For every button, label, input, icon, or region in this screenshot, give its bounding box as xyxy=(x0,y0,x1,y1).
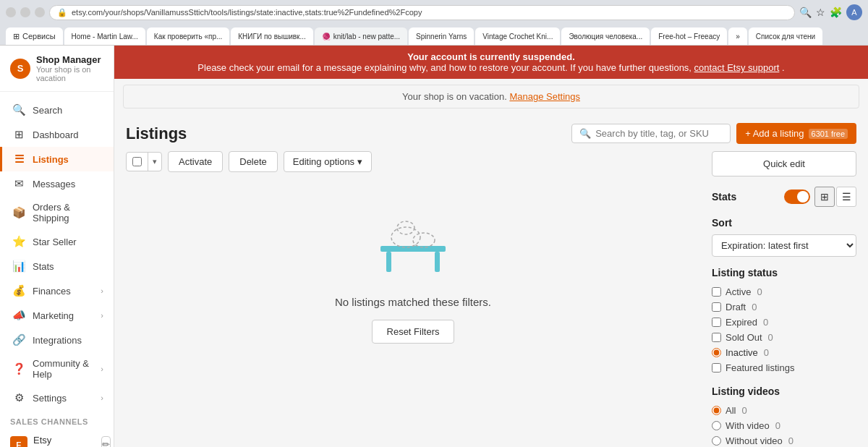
sidebar-item-finances[interactable]: 💰 Finances › xyxy=(0,278,114,303)
sidebar-item-star-seller[interactable]: ⭐ Star Seller xyxy=(0,229,114,254)
chevron-right-icon: › xyxy=(101,311,103,320)
etsy-badge: E xyxy=(10,436,27,448)
browser-icon-extensions[interactable]: 🧩 xyxy=(830,7,842,18)
sidebar-item-settings[interactable]: ⚙ Settings › xyxy=(0,386,114,410)
channel-edit-button[interactable]: ✏ xyxy=(101,436,111,448)
suspension-end: . xyxy=(782,62,785,73)
activate-button[interactable]: Activate xyxy=(168,151,223,172)
browser-icon-search[interactable]: 🔍 xyxy=(799,7,812,18)
status-inactive-radio[interactable] xyxy=(712,348,721,357)
tab-reading[interactable]: Список для чтени xyxy=(749,27,822,45)
address-bar[interactable]: 🔒 etsy.com/your/shops/VanillamussSttich/… xyxy=(49,5,795,20)
select-all-checkbox[interactable] xyxy=(127,153,148,171)
tab-vintage[interactable]: Vintage Crochet Kni... xyxy=(475,27,560,45)
messages-icon: ✉ xyxy=(12,177,25,190)
editing-options-button[interactable]: Editing options ▾ xyxy=(284,151,372,172)
status-expired-checkbox[interactable] xyxy=(712,318,721,327)
tab-etsy[interactable]: 🧶knit/lab - new patte... xyxy=(315,27,407,45)
sidebar-item-marketing[interactable]: 📣 Marketing › xyxy=(0,303,114,328)
status-active: Active 0 xyxy=(712,284,856,299)
add-listing-button[interactable]: + Add a listing 6301 free xyxy=(736,123,856,144)
channel-name: Etsy xyxy=(33,435,95,446)
orders-icon: 📦 xyxy=(12,206,25,219)
video-with-count: 0 xyxy=(775,420,780,431)
status-expired-count: 0 xyxy=(763,317,768,328)
video-with-radio[interactable] xyxy=(712,421,721,430)
listing-status-section: Listing status Active 0 Draft 0 xyxy=(712,267,856,375)
add-listing-label: + Add a listing xyxy=(745,128,804,139)
svg-rect-2 xyxy=(435,252,440,272)
browser-chrome: 🔒 etsy.com/your/shops/VanillamussSttich/… xyxy=(0,0,868,46)
sidebar-item-dashboard[interactable]: ⊞ Dashboard xyxy=(0,122,114,147)
sidebar-community-label: Community & Help xyxy=(33,358,93,380)
main-content: Your account is currently suspended. Ple… xyxy=(114,46,868,447)
tab-free[interactable]: Free-hot – Freeacy xyxy=(651,27,727,45)
svg-rect-1 xyxy=(386,252,391,272)
status-featured-checkbox[interactable] xyxy=(712,363,721,372)
stats-toggle-dot xyxy=(797,191,809,203)
tab-check[interactable]: Как проверить «пр... xyxy=(147,27,229,45)
sidebar-messages-label: Messages xyxy=(33,179,75,190)
sidebar-item-community[interactable]: ❓ Community & Help › xyxy=(0,352,114,386)
tab-books[interactable]: КНИГИ по вышивк... xyxy=(231,27,313,45)
status-active-checkbox[interactable] xyxy=(712,287,721,297)
browser-icon-profile[interactable]: A xyxy=(846,4,862,20)
sidebar-search-label: Search xyxy=(33,105,62,116)
stats-toggle[interactable] xyxy=(784,190,810,204)
back-button[interactable] xyxy=(6,7,16,17)
checkbox-dropdown-arrow[interactable]: ▾ xyxy=(148,153,161,171)
search-input[interactable] xyxy=(595,128,723,139)
suspension-sub: Please check your email for a message ex… xyxy=(197,62,692,73)
status-draft-checkbox[interactable] xyxy=(712,302,721,312)
status-active-count: 0 xyxy=(757,286,762,297)
sort-select[interactable]: Expiration: latest first Most recent Old… xyxy=(712,234,856,257)
search-icon: 🔍 xyxy=(12,103,25,116)
browser-icon-bookmark[interactable]: ☆ xyxy=(816,7,825,18)
etsy-channel[interactable]: E Etsy VanillamussSttich ✏ xyxy=(0,429,114,447)
sidebar-item-messages[interactable]: ✉ Messages xyxy=(0,171,114,196)
status-sold-out-label: Sold Out xyxy=(726,332,762,343)
sidebar-item-stats[interactable]: 📊 Stats xyxy=(0,254,114,278)
manage-settings-link[interactable]: Manage Settings xyxy=(509,91,580,102)
dashboard-icon: ⊞ xyxy=(12,128,25,141)
sidebar-finances-label: Finances xyxy=(33,286,71,297)
select-all-input[interactable] xyxy=(132,157,142,166)
tab-more[interactable]: » xyxy=(728,27,747,45)
sidebar-item-integrations[interactable]: 🔗 Integrations xyxy=(0,328,114,352)
shop-status: Your shop is on vacation xyxy=(36,65,103,82)
grid-view-button[interactable]: ⊞ xyxy=(814,187,835,207)
quick-edit-button[interactable]: Quick edit xyxy=(712,151,856,176)
listings-content: ▾ Activate Delete Editing options ▾ xyxy=(126,151,856,447)
sidebar-item-search[interactable]: 🔍 Search xyxy=(0,98,114,122)
status-sold-out-checkbox[interactable] xyxy=(712,333,721,342)
forward-button[interactable] xyxy=(20,7,30,17)
reload-button[interactable] xyxy=(35,7,45,17)
status-expired-label: Expired xyxy=(726,317,757,328)
tab-evolution[interactable]: Эволюция человека... xyxy=(561,27,650,45)
search-icon: 🔍 xyxy=(579,128,591,139)
status-featured-label: Featured listings xyxy=(726,362,794,373)
video-all-radio[interactable] xyxy=(712,406,721,415)
video-with-label: With video xyxy=(726,420,770,431)
tab-services[interactable]: ⊞Сервисы xyxy=(6,27,63,45)
search-box[interactable]: 🔍 xyxy=(571,124,731,143)
status-draft-label: Draft xyxy=(726,302,746,312)
stats-section: Stats ⊞ ☰ xyxy=(712,187,856,207)
status-expired: Expired 0 xyxy=(712,315,856,330)
checkbox-dropdown[interactable]: ▾ xyxy=(126,152,162,171)
sidebar-item-listings[interactable]: ☰ Listings xyxy=(0,147,114,171)
listings-header: Listings 🔍 + Add a listing 6301 free xyxy=(126,114,856,151)
reset-filters-button[interactable]: Reset Filters xyxy=(372,320,455,344)
video-without-radio[interactable] xyxy=(712,436,721,446)
chevron-right-icon: › xyxy=(101,393,103,402)
tab-spinnerin[interactable]: Spinnerin Yarns xyxy=(409,27,474,45)
stats-label: Stats xyxy=(712,191,736,203)
status-featured: Featured listings xyxy=(712,360,856,375)
star-seller-icon: ⭐ xyxy=(12,235,25,248)
contact-support-link[interactable]: contact Etsy support xyxy=(694,62,780,73)
sidebar-item-orders[interactable]: 📦 Orders & Shipping xyxy=(0,196,114,229)
delete-button[interactable]: Delete xyxy=(229,151,278,172)
list-view-button[interactable]: ☰ xyxy=(836,187,856,207)
tab-home[interactable]: Home - Martin Law... xyxy=(64,27,145,45)
sidebar-header[interactable]: S Shop Manager Your shop is on vacation xyxy=(0,46,114,92)
